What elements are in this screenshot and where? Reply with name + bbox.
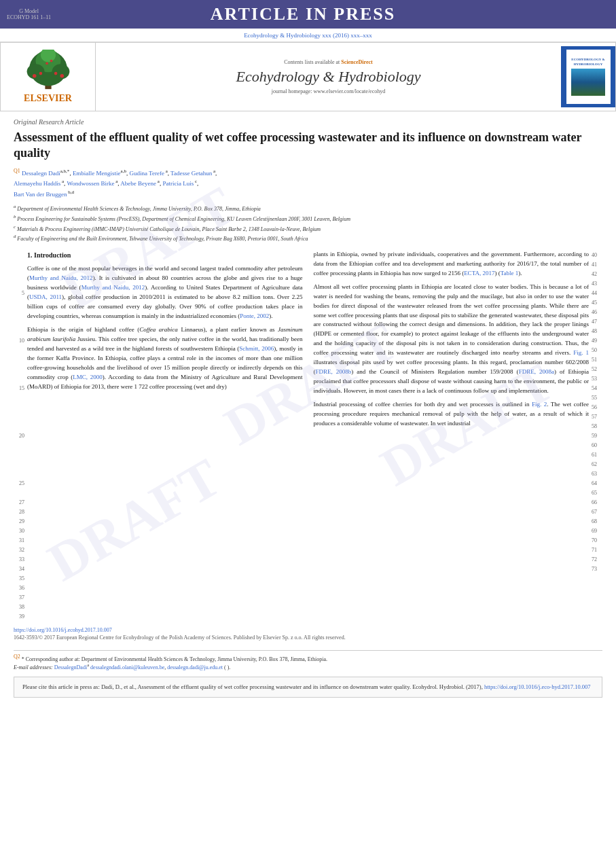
author-tadesse-link[interactable]: Tadesse Getahun xyxy=(170,170,212,177)
article-in-press-title: ARTICLE IN PRESS xyxy=(51,4,555,24)
author-abebe-link[interactable]: Abebe Beyene xyxy=(120,180,156,187)
g-model-text: G Model xyxy=(7,8,51,14)
doi-link[interactable]: https://doi.org/10.1016/j.ecohyd.2017.10… xyxy=(14,627,112,633)
author-gudina-link[interactable]: Gudina Terefe xyxy=(129,170,164,177)
elsevier-tree-svg xyxy=(14,50,82,90)
author-bart: Bart Van der Bruggen b,d xyxy=(14,191,74,198)
science-direct-link[interactable]: ScienceDirect xyxy=(341,59,373,65)
q2-marker: Q2 xyxy=(14,654,20,660)
citation-box: Please cite this article in press as: Da… xyxy=(14,677,602,698)
page: DRAFT DRAFT DRAFT DRAFT G Model ECOHYD 1… xyxy=(0,0,616,841)
affil-c: c Materials & Process Engineering (iMMC-… xyxy=(14,223,602,234)
right-para-1: plants in Ethiopia, owned by private ind… xyxy=(314,250,590,279)
left-line-numbers: 5 10 15 20 25 xyxy=(14,250,27,622)
author-alemayehu: Alemayehu Haddis a, Wondwossen Birke a, … xyxy=(14,180,198,187)
author-dessalegn: Dessalegn Dadia,b,*, Embialle Mengistiea… xyxy=(22,170,217,177)
email-link-2[interactable]: dessalegndadi.olani@kuleuven.be xyxy=(90,664,164,670)
journal-url-text[interactable]: Ecohydrology & Hydrobiology xxx (2016) x… xyxy=(244,32,372,39)
journal-homepage: journal homepage: www.elsevier.com/locat… xyxy=(103,88,554,94)
author-dessalegn-link[interactable]: Dessalegn Dadi xyxy=(22,170,60,177)
affiliations: a Department of Environmental Health Sci… xyxy=(14,203,602,243)
author-embialle-link[interactable]: Embialle Mengistie xyxy=(73,170,121,177)
right-para-3: Industrial processing of coffee cherries… xyxy=(314,400,590,429)
right-line-numbers: 40 41 42 43 44 45 46 47 48 49 50 51 52 5… xyxy=(589,250,602,622)
ref-ecta-2017[interactable]: ECTA, 2017 xyxy=(464,270,494,276)
journal-title-center: Contents lists available at ScienceDirec… xyxy=(96,52,561,101)
citation-text: Please cite this article in press as: Da… xyxy=(22,683,483,690)
affil-d: d Faculty of Engineering and the Built E… xyxy=(14,233,602,243)
ecohyd-ref: ECOHYD 161 1–11 xyxy=(7,14,51,20)
email-suffix: ( ). xyxy=(224,664,230,670)
svg-point-9 xyxy=(60,74,64,78)
ref-ponte-2002[interactable]: Ponte, 2002 xyxy=(240,312,269,319)
ref-murthy-2012-1[interactable]: Murthy and Naidu, 2012 xyxy=(29,274,93,281)
email-link-1[interactable]: DessalegnDadi xyxy=(54,664,87,670)
journal-header: ELSEVIER Contents lists available at Sci… xyxy=(0,42,616,111)
q1-marker: Q1 xyxy=(14,168,20,174)
author-patricia-link[interactable]: Patricia Luis xyxy=(162,180,194,187)
author-alemayehu-link[interactable]: Alemayehu Haddis xyxy=(14,180,60,187)
svg-point-8 xyxy=(54,72,57,75)
cover-title: ECOHYDROLOGY & HYDROBIOLOGY xyxy=(568,58,609,67)
g-model-ref: G Model ECOHYD 161 1–11 xyxy=(7,8,51,20)
svg-point-11 xyxy=(50,60,52,62)
email-link-3[interactable]: dessalegn.dadi@ju.edu.et xyxy=(167,664,223,670)
article-type: Original Research Article xyxy=(14,118,602,126)
body-text-area: 5 10 15 20 25 xyxy=(14,250,602,622)
ref-fig2[interactable]: Fig. 2 xyxy=(532,401,547,408)
journal-url-bar: Ecohydrology & Hydrobiology xxx (2016) x… xyxy=(0,29,616,42)
ref-table1[interactable]: Table 1 xyxy=(501,270,519,276)
intro-title: 1. Introduction xyxy=(27,250,303,261)
email-label: E-mail addresses: xyxy=(14,664,53,670)
article-title: Assessment of the effluent quality of we… xyxy=(14,130,602,162)
left-column: 1. Introduction Coffee is one of the mos… xyxy=(27,250,303,622)
ref-fig1[interactable]: Fig. 1 xyxy=(573,349,589,356)
svg-point-7 xyxy=(39,72,42,75)
journal-name: Ecohydrology & Hydrobiology xyxy=(103,68,554,86)
svg-point-6 xyxy=(32,74,36,78)
contents-list-text: Contents lists available at ScienceDirec… xyxy=(103,59,554,65)
copyright-line: 1642-3593/© 2017 European Regional Centr… xyxy=(14,634,602,641)
ref-schmitt-2006[interactable]: Schmitt, 2006 xyxy=(239,345,274,352)
corresp-section: Q2 * Corresponding author at: Department… xyxy=(14,650,602,670)
authors-line: Q1 Dessalegn Dadia,b,*, Embialle Mengist… xyxy=(14,167,602,200)
affil-a: a Department of Environmental Health Sci… xyxy=(14,203,602,213)
right-para-2: Almost all wet coffee processing plants … xyxy=(314,283,590,396)
two-column-layout: 1. Introduction Coffee is one of the mos… xyxy=(27,250,589,622)
author-bart-link[interactable]: Bart Van der Bruggen xyxy=(14,191,67,198)
ref-fdre-2008a[interactable]: FDRE, 2008a xyxy=(519,368,554,375)
journal-cover-image: ECOHYDROLOGY & HYDROBIOLOGY xyxy=(566,50,611,104)
svg-point-10 xyxy=(46,62,48,65)
journal-cover: ECOHYDROLOGY & HYDROBIOLOGY xyxy=(561,46,615,107)
ref-fdre-2008b[interactable]: FDRE, 2008b xyxy=(316,368,352,375)
affil-b: b Process Engineering for Sustainable Sy… xyxy=(14,213,602,223)
top-banner: G Model ECOHYD 161 1–11 ARTICLE IN PRESS xyxy=(0,0,616,29)
main-content: Original Research Article Assessment of … xyxy=(0,111,616,647)
corresponding-note: * Corresponding author at: Department of… xyxy=(22,656,327,662)
citation-link[interactable]: https://doi.org/10.1016/j.eco-hyd.2017.1… xyxy=(484,683,591,690)
ref-usda-2011[interactable]: USDA, 2011 xyxy=(29,293,62,300)
intro-para-1: Coffee is one of the most popular bevera… xyxy=(27,264,303,321)
elsevier-logo: ELSEVIER xyxy=(1,43,96,111)
right-column: plants in Ethiopia, owned by private ind… xyxy=(314,250,590,622)
author-wondwossen-link[interactable]: Wondwossen Birke xyxy=(67,180,114,187)
ref-murthy-2012-2[interactable]: Murthy and Naidu, 2012 xyxy=(81,284,145,291)
doi-line: https://doi.org/10.1016/j.ecohyd.2017.10… xyxy=(14,627,602,633)
intro-para-2: Ethiopia is the origin of highland coffe… xyxy=(27,325,303,392)
ref-lmc-2000[interactable]: LMC, 2000 xyxy=(73,374,102,380)
elsevier-wordmark: ELSEVIER xyxy=(24,93,72,104)
